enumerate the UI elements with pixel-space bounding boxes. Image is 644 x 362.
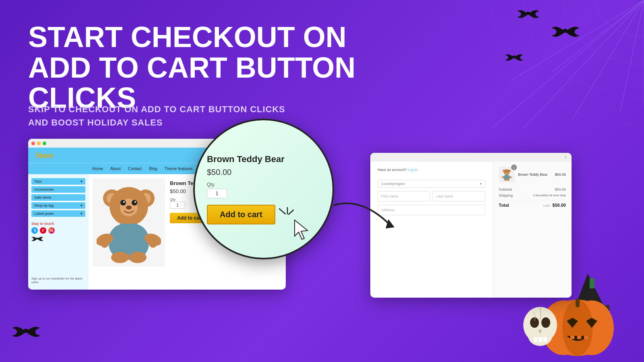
last-name-field[interactable]: Last name <box>433 191 485 202</box>
svg-point-11 <box>526 12 530 15</box>
total-row: Total USD $50.00 <box>499 200 566 208</box>
pinterest-icon[interactable]: 𝙿 <box>40 227 46 234</box>
checkout-body: Have an account? Log in Country/region ▾… <box>370 162 572 298</box>
svg-point-33 <box>149 240 157 248</box>
subtotal-value: $50.00 <box>555 187 566 191</box>
cart-teddy-icon <box>501 168 513 181</box>
checkout-have-account: Have an account? Log in <box>378 168 485 172</box>
sidebar-icons: 𝕏 𝙿 IG <box>31 227 85 234</box>
svg-point-49 <box>504 179 507 181</box>
nav-about[interactable]: About <box>110 167 121 171</box>
svg-point-50 <box>507 179 510 181</box>
curved-arrow-icon <box>326 193 398 241</box>
country-dropdown[interactable]: Country/region ▾ <box>378 180 485 188</box>
svg-point-66 <box>530 317 539 328</box>
magnified-price: $50.00 <box>207 168 320 177</box>
svg-rect-62 <box>577 336 581 339</box>
browser-dot-green <box>43 142 46 145</box>
sidebar-shop-by-tag[interactable]: Shop by tag ▾ <box>31 202 85 209</box>
browser-dot-red <box>31 142 35 145</box>
magnified-qty-box[interactable]: 1 <box>207 189 227 198</box>
qty-box-small[interactable]: 1 <box>170 202 185 209</box>
nav-theme-features[interactable]: Theme features <box>164 167 192 171</box>
cart-item-name: Brown Teddy Bear <box>518 173 551 177</box>
magnified-circle: Brown Teddy Bear $50.00 Qty 1 Add to car… <box>193 119 334 259</box>
svg-point-22 <box>132 200 137 206</box>
store-sidebar: Toys ▾ Accessories Sale Items Shop by ta… <box>28 174 89 290</box>
bat-top-right-3 <box>505 52 523 63</box>
svg-point-32 <box>101 240 109 248</box>
instagram-icon[interactable]: IG <box>48 227 55 234</box>
svg-point-57 <box>562 300 593 356</box>
main-headline: START CHECKOUT ON ADD TO CART BUTTON CLI… <box>28 22 390 113</box>
svg-rect-70 <box>543 337 547 342</box>
svg-point-21 <box>120 200 126 206</box>
magnified-product-name: Brown Teddy Bear <box>207 154 320 165</box>
svg-rect-69 <box>539 337 542 342</box>
sidebar-toys[interactable]: Toys ▾ <box>31 178 85 185</box>
subtotal-row: Subtotal $50.00 <box>499 187 566 191</box>
twitter-icon[interactable]: 𝕏 <box>31 227 38 234</box>
cursor-icon <box>293 218 312 243</box>
bat-sidebar-icon <box>31 235 43 243</box>
svg-point-65 <box>528 326 552 346</box>
svg-point-14 <box>36 238 38 239</box>
store-logo: Store <box>35 151 54 160</box>
nav-blog[interactable]: Blog <box>149 167 157 171</box>
svg-rect-53 <box>590 278 594 288</box>
svg-rect-68 <box>534 337 537 342</box>
svg-point-30 <box>111 252 129 263</box>
svg-line-34 <box>279 209 285 214</box>
sidebar-accessories[interactable]: Accessories <box>31 186 85 193</box>
subtotal-label: Subtotal <box>499 187 512 191</box>
magnified-qty-label: Qty <box>207 182 320 187</box>
sidebar-sale-items[interactable]: Sale Items <box>31 194 85 201</box>
svg-marker-37 <box>295 220 308 239</box>
add-to-cart-button-magnified[interactable]: Add to cart <box>207 205 275 224</box>
magnified-content: Brown Teddy Bear $50.00 Qty 1 Add to car… <box>195 146 332 232</box>
checkout-browser-mockup: ▾ Have an account? Log in Country/region… <box>370 153 572 298</box>
click-lines-icon <box>275 207 295 223</box>
sidebar-latest-posts[interactable]: Latest posts ▾ <box>31 210 85 217</box>
sidebar-social: Stay in touch 𝕏 𝙿 IG <box>31 222 85 244</box>
bat-top-right-2 <box>551 24 580 39</box>
social-title: Stay in touch <box>31 222 85 226</box>
total-value: USD $50.00 <box>543 203 566 208</box>
shipping-row: Shipping Calculated at next step <box>499 193 566 197</box>
svg-point-71 <box>23 329 29 333</box>
svg-line-1 <box>523 0 644 129</box>
svg-point-25 <box>126 206 132 210</box>
nav-contact[interactable]: Contact <box>128 167 142 171</box>
svg-rect-61 <box>570 336 574 339</box>
shipping-label: Shipping <box>499 193 513 197</box>
svg-point-67 <box>541 317 550 328</box>
shipping-value: Calculated at next step <box>533 193 566 197</box>
bat-bottom-left-icon <box>12 324 40 340</box>
svg-line-0 <box>491 0 644 129</box>
product-image-box <box>93 178 165 267</box>
cart-item-row: 1 <box>499 167 566 183</box>
nav-home[interactable]: Home <box>92 167 103 171</box>
cart-item-image: 1 <box>499 167 515 183</box>
total-amount: $50.00 <box>552 203 566 208</box>
total-currency: USD <box>543 204 550 208</box>
browser-dot-yellow <box>37 142 41 145</box>
login-link[interactable]: Log in <box>408 168 418 172</box>
svg-point-45 <box>506 172 507 173</box>
svg-line-3 <box>620 0 644 113</box>
svg-marker-38 <box>386 219 394 228</box>
svg-point-13 <box>512 56 516 58</box>
total-label: Total <box>499 203 509 208</box>
spiderweb-decoration <box>491 0 644 129</box>
svg-point-12 <box>563 29 568 33</box>
cart-badge: 1 <box>511 165 517 170</box>
svg-point-43 <box>506 171 506 172</box>
sidebar-relative: Toys ▾ Accessories Sale Items Shop by ta… <box>31 178 85 286</box>
svg-point-9 <box>523 0 644 97</box>
svg-point-44 <box>507 171 508 172</box>
newsletter-text: Sign up to our newsletter for the latest… <box>31 277 85 284</box>
svg-point-24 <box>134 201 136 203</box>
svg-rect-58 <box>576 298 580 307</box>
svg-line-36 <box>289 210 293 214</box>
magnified-btn-wrap: Add to cart <box>207 205 275 224</box>
